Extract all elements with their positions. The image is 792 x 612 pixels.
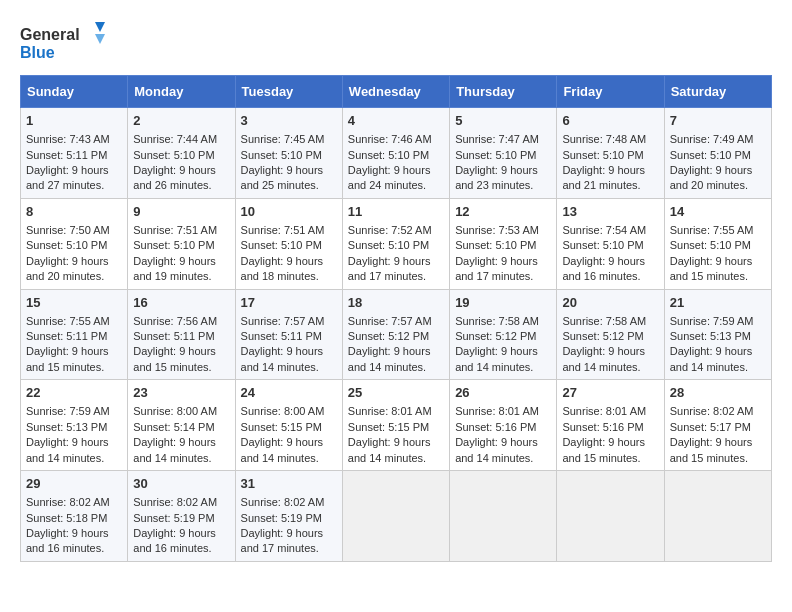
sunrise-text: Sunrise: 7:48 AM	[562, 133, 646, 145]
daylight-text: Daylight: 9 hours and 17 minutes.	[348, 255, 431, 282]
sunset-text: Sunset: 5:12 PM	[562, 330, 643, 342]
calendar-day-cell: 26Sunrise: 8:01 AMSunset: 5:16 PMDayligh…	[450, 380, 557, 471]
daylight-text: Daylight: 9 hours and 14 minutes.	[348, 436, 431, 463]
daylight-text: Daylight: 9 hours and 14 minutes.	[26, 436, 109, 463]
sunset-text: Sunset: 5:19 PM	[133, 512, 214, 524]
calendar-day-cell: 18Sunrise: 7:57 AMSunset: 5:12 PMDayligh…	[342, 289, 449, 380]
sunrise-text: Sunrise: 8:02 AM	[26, 496, 110, 508]
sunrise-text: Sunrise: 7:53 AM	[455, 224, 539, 236]
day-number: 9	[133, 203, 229, 221]
sunrise-text: Sunrise: 7:55 AM	[670, 224, 754, 236]
sunrise-text: Sunrise: 8:01 AM	[455, 405, 539, 417]
sunset-text: Sunset: 5:16 PM	[455, 421, 536, 433]
sunset-text: Sunset: 5:15 PM	[348, 421, 429, 433]
sunset-text: Sunset: 5:13 PM	[26, 421, 107, 433]
calendar-day-cell: 22Sunrise: 7:59 AMSunset: 5:13 PMDayligh…	[21, 380, 128, 471]
day-number: 12	[455, 203, 551, 221]
daylight-text: Daylight: 9 hours and 14 minutes.	[241, 345, 324, 372]
day-number: 10	[241, 203, 337, 221]
day-number: 28	[670, 384, 766, 402]
page-header: GeneralBlue	[20, 20, 772, 65]
sunset-text: Sunset: 5:18 PM	[26, 512, 107, 524]
calendar-day-cell: 20Sunrise: 7:58 AMSunset: 5:12 PMDayligh…	[557, 289, 664, 380]
daylight-text: Daylight: 9 hours and 19 minutes.	[133, 255, 216, 282]
sunset-text: Sunset: 5:10 PM	[562, 239, 643, 251]
calendar-week-row: 29Sunrise: 8:02 AMSunset: 5:18 PMDayligh…	[21, 471, 772, 562]
daylight-text: Daylight: 9 hours and 14 minutes.	[133, 436, 216, 463]
daylight-text: Daylight: 9 hours and 15 minutes.	[133, 345, 216, 372]
calendar-day-cell: 7Sunrise: 7:49 AMSunset: 5:10 PMDaylight…	[664, 108, 771, 199]
daylight-text: Daylight: 9 hours and 18 minutes.	[241, 255, 324, 282]
calendar-week-row: 1Sunrise: 7:43 AMSunset: 5:11 PMDaylight…	[21, 108, 772, 199]
sunrise-text: Sunrise: 7:44 AM	[133, 133, 217, 145]
day-number: 16	[133, 294, 229, 312]
sunrise-text: Sunrise: 7:55 AM	[26, 315, 110, 327]
daylight-text: Daylight: 9 hours and 17 minutes.	[455, 255, 538, 282]
calendar-day-cell: 24Sunrise: 8:00 AMSunset: 5:15 PMDayligh…	[235, 380, 342, 471]
sunrise-text: Sunrise: 7:57 AM	[241, 315, 325, 327]
sunset-text: Sunset: 5:11 PM	[133, 330, 214, 342]
sunset-text: Sunset: 5:16 PM	[562, 421, 643, 433]
sunset-text: Sunset: 5:10 PM	[670, 239, 751, 251]
daylight-text: Daylight: 9 hours and 16 minutes.	[26, 527, 109, 554]
sunset-text: Sunset: 5:10 PM	[241, 149, 322, 161]
calendar-day-cell	[450, 471, 557, 562]
calendar-day-cell: 21Sunrise: 7:59 AMSunset: 5:13 PMDayligh…	[664, 289, 771, 380]
day-number: 30	[133, 475, 229, 493]
sunrise-text: Sunrise: 7:46 AM	[348, 133, 432, 145]
sunset-text: Sunset: 5:10 PM	[133, 239, 214, 251]
calendar-day-cell: 16Sunrise: 7:56 AMSunset: 5:11 PMDayligh…	[128, 289, 235, 380]
calendar-week-row: 15Sunrise: 7:55 AMSunset: 5:11 PMDayligh…	[21, 289, 772, 380]
sunset-text: Sunset: 5:10 PM	[348, 149, 429, 161]
svg-text:General: General	[20, 26, 80, 43]
sunset-text: Sunset: 5:10 PM	[455, 149, 536, 161]
day-number: 15	[26, 294, 122, 312]
day-number: 14	[670, 203, 766, 221]
calendar-day-cell: 8Sunrise: 7:50 AMSunset: 5:10 PMDaylight…	[21, 198, 128, 289]
day-number: 18	[348, 294, 444, 312]
day-number: 21	[670, 294, 766, 312]
daylight-text: Daylight: 9 hours and 23 minutes.	[455, 164, 538, 191]
sunrise-text: Sunrise: 7:47 AM	[455, 133, 539, 145]
daylight-text: Daylight: 9 hours and 21 minutes.	[562, 164, 645, 191]
sunrise-text: Sunrise: 8:02 AM	[670, 405, 754, 417]
day-number: 6	[562, 112, 658, 130]
day-number: 2	[133, 112, 229, 130]
calendar-day-cell: 2Sunrise: 7:44 AMSunset: 5:10 PMDaylight…	[128, 108, 235, 199]
calendar-day-cell: 28Sunrise: 8:02 AMSunset: 5:17 PMDayligh…	[664, 380, 771, 471]
daylight-text: Daylight: 9 hours and 14 minutes.	[241, 436, 324, 463]
calendar-day-cell: 14Sunrise: 7:55 AMSunset: 5:10 PMDayligh…	[664, 198, 771, 289]
sunrise-text: Sunrise: 7:50 AM	[26, 224, 110, 236]
calendar-day-cell: 12Sunrise: 7:53 AMSunset: 5:10 PMDayligh…	[450, 198, 557, 289]
calendar-day-cell: 13Sunrise: 7:54 AMSunset: 5:10 PMDayligh…	[557, 198, 664, 289]
calendar-table: SundayMondayTuesdayWednesdayThursdayFrid…	[20, 75, 772, 562]
day-number: 22	[26, 384, 122, 402]
daylight-text: Daylight: 9 hours and 20 minutes.	[670, 164, 753, 191]
day-number: 17	[241, 294, 337, 312]
daylight-text: Daylight: 9 hours and 15 minutes.	[26, 345, 109, 372]
calendar-day-cell: 27Sunrise: 8:01 AMSunset: 5:16 PMDayligh…	[557, 380, 664, 471]
calendar-day-cell	[664, 471, 771, 562]
daylight-text: Daylight: 9 hours and 14 minutes.	[455, 345, 538, 372]
calendar-day-cell	[557, 471, 664, 562]
svg-marker-3	[95, 34, 105, 44]
calendar-day-cell: 19Sunrise: 7:58 AMSunset: 5:12 PMDayligh…	[450, 289, 557, 380]
sunset-text: Sunset: 5:13 PM	[670, 330, 751, 342]
sunset-text: Sunset: 5:19 PM	[241, 512, 322, 524]
logo-svg: GeneralBlue	[20, 20, 110, 65]
calendar-week-row: 8Sunrise: 7:50 AMSunset: 5:10 PMDaylight…	[21, 198, 772, 289]
daylight-text: Daylight: 9 hours and 14 minutes.	[455, 436, 538, 463]
daylight-text: Daylight: 9 hours and 20 minutes.	[26, 255, 109, 282]
sunrise-text: Sunrise: 7:56 AM	[133, 315, 217, 327]
sunrise-text: Sunrise: 8:00 AM	[241, 405, 325, 417]
calendar-day-cell: 15Sunrise: 7:55 AMSunset: 5:11 PMDayligh…	[21, 289, 128, 380]
day-number: 24	[241, 384, 337, 402]
sunrise-text: Sunrise: 7:57 AM	[348, 315, 432, 327]
calendar-day-cell: 17Sunrise: 7:57 AMSunset: 5:11 PMDayligh…	[235, 289, 342, 380]
daylight-text: Daylight: 9 hours and 17 minutes.	[241, 527, 324, 554]
sunset-text: Sunset: 5:10 PM	[26, 239, 107, 251]
sunrise-text: Sunrise: 7:54 AM	[562, 224, 646, 236]
sunset-text: Sunset: 5:10 PM	[133, 149, 214, 161]
daylight-text: Daylight: 9 hours and 27 minutes.	[26, 164, 109, 191]
sunset-text: Sunset: 5:10 PM	[348, 239, 429, 251]
